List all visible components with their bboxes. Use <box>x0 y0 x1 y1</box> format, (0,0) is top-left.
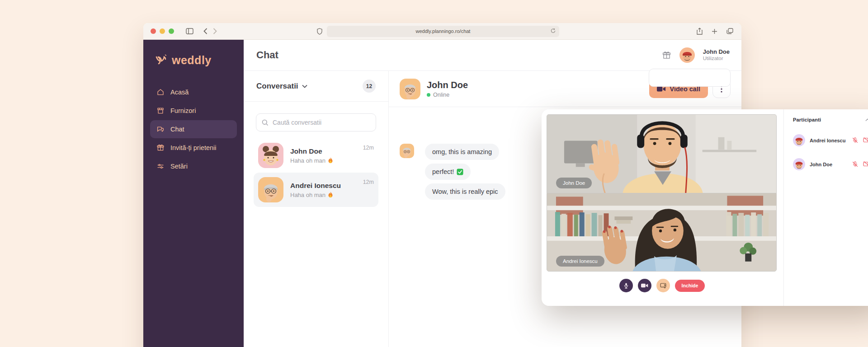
conversation-name: Andrei Ionescu <box>290 182 356 190</box>
chat-icon <box>156 125 165 133</box>
participant-name: John Doe <box>810 162 832 167</box>
user-role: Utilizator <box>703 56 730 62</box>
participants-panel: Participanti Andrei Ionescu <box>783 109 868 306</box>
end-call-button[interactable]: Inchide <box>675 280 705 292</box>
chevron-down-icon <box>302 84 307 88</box>
participant-row: John Doe <box>793 158 868 170</box>
avatar <box>258 177 283 202</box>
forward-icon[interactable] <box>213 28 217 34</box>
video-feed-andrei-ionescu: Andrei Ionescu <box>547 193 777 272</box>
conversation-time: 12m <box>363 179 374 185</box>
screen-share-button[interactable] <box>656 279 670 292</box>
sidebar-item-label: Setări <box>170 163 188 170</box>
tabs-icon[interactable] <box>726 28 733 35</box>
camera-icon <box>641 283 648 288</box>
gift-icon <box>156 144 165 152</box>
conversation-preview: Haha oh man <box>290 157 326 164</box>
message-search-box[interactable] <box>649 69 731 87</box>
video-feed-john-doe: John Doe <box>547 114 777 193</box>
sidebar: weddly Acasă Furnizori <box>143 40 244 347</box>
plus-icon[interactable] <box>712 28 717 35</box>
avatar <box>258 143 283 168</box>
back-icon[interactable] <box>203 28 208 34</box>
browser-chrome: weddly.planningo.ro/chat <box>143 23 741 40</box>
conversation-item[interactable]: Andrei Ionescu Haha oh man 12m <box>254 173 378 207</box>
screen-share-icon <box>660 283 666 289</box>
conversations-title: Conversatii <box>256 82 298 91</box>
chevron-up-icon[interactable] <box>865 118 868 122</box>
fire-icon <box>328 192 333 198</box>
chat-message: Wow, this is really epic <box>425 183 505 200</box>
avatar <box>793 134 805 146</box>
avatar <box>793 158 805 170</box>
message-text: Wow, this is really epic <box>432 188 498 195</box>
app-logo[interactable]: weddly <box>155 53 244 67</box>
chat-message: omg, this is amazing <box>425 144 499 160</box>
call-controls: Inchide <box>547 279 778 292</box>
sidebar-item-invita[interactable]: Invită-ți prietenii <box>150 139 237 157</box>
chrome-right-icons <box>697 28 733 35</box>
user-name: John Doe <box>703 48 730 56</box>
participants-title: Participanti <box>793 117 821 122</box>
online-status-dot <box>427 93 430 97</box>
sidebar-item-label: Furnizori <box>170 107 196 114</box>
storefront-icon <box>156 107 165 115</box>
message-avatar <box>400 144 414 158</box>
conversation-time: 12m <box>363 145 374 151</box>
sidebar-item-label: Invită-ți prietenii <box>170 144 217 151</box>
camera-button[interactable] <box>638 279 651 292</box>
fire-icon <box>328 157 333 164</box>
search-icon <box>262 119 269 126</box>
rewards-gift-icon[interactable] <box>662 51 671 60</box>
minimize-window-button[interactable] <box>160 28 165 34</box>
peer-avatar <box>400 79 420 99</box>
sidebar-toggle-icon[interactable] <box>186 28 193 34</box>
zoom-window-button[interactable] <box>169 28 174 34</box>
conversations-count-badge: 12 <box>363 80 376 93</box>
url-text: weddly.planningo.ro/chat <box>416 28 471 34</box>
message-text: perfect! <box>432 168 454 175</box>
camera-off-icon <box>863 137 868 143</box>
message-text: omg, this is amazing <box>432 148 492 155</box>
sidebar-item-acasa[interactable]: Acasă <box>150 83 237 101</box>
sidebar-item-label: Chat <box>170 126 184 133</box>
mic-button[interactable] <box>619 279 633 292</box>
mic-off-icon <box>852 161 859 168</box>
home-icon <box>156 88 165 96</box>
conversation-item[interactable]: John Doe Haha oh man 12m <box>254 138 378 173</box>
url-bar[interactable]: weddly.planningo.ro/chat <box>327 26 559 37</box>
shield-icon[interactable] <box>317 28 322 35</box>
conversations-dropdown[interactable]: Conversatii <box>256 82 307 91</box>
sliders-icon <box>156 162 165 170</box>
mic-off-icon <box>852 137 859 144</box>
logo-text: weddly <box>172 54 212 67</box>
page-title: Chat <box>256 49 278 61</box>
weddly-bird-icon <box>155 53 168 67</box>
conversations-panel: Conversatii 12 <box>244 71 389 347</box>
peer-name: John Doe <box>427 80 468 90</box>
search-input[interactable] <box>273 119 370 126</box>
video-nametag: Andrei Ionescu <box>556 256 604 267</box>
user-avatar[interactable] <box>679 47 695 63</box>
sidebar-item-label: Acasă <box>170 89 189 96</box>
share-icon[interactable] <box>697 28 703 35</box>
traffic-lights <box>151 28 174 34</box>
participant-row: Andrei Ionescu <box>793 134 868 146</box>
mic-icon <box>623 282 629 289</box>
sidebar-item-chat[interactable]: Chat <box>150 120 237 138</box>
video-call-window: John Doe <box>542 109 868 306</box>
participant-name: Andrei Ionescu <box>810 138 845 143</box>
check-icon <box>457 169 463 175</box>
sidebar-item-furnizori[interactable]: Furnizori <box>150 102 237 120</box>
sidebar-item-setari[interactable]: Setări <box>150 157 237 175</box>
conversation-search[interactable] <box>256 113 376 131</box>
page-header: Chat John <box>244 40 741 71</box>
conversation-preview: Haha oh man <box>290 192 326 198</box>
sidebar-nav: Acasă Furnizori Chat <box>143 83 244 176</box>
conversation-name: John Doe <box>290 147 356 155</box>
video-nametag: John Doe <box>556 178 592 188</box>
refresh-icon[interactable] <box>551 27 556 35</box>
peer-status-text: Online <box>433 92 449 98</box>
camera-off-icon <box>863 161 868 167</box>
close-window-button[interactable] <box>151 28 156 34</box>
